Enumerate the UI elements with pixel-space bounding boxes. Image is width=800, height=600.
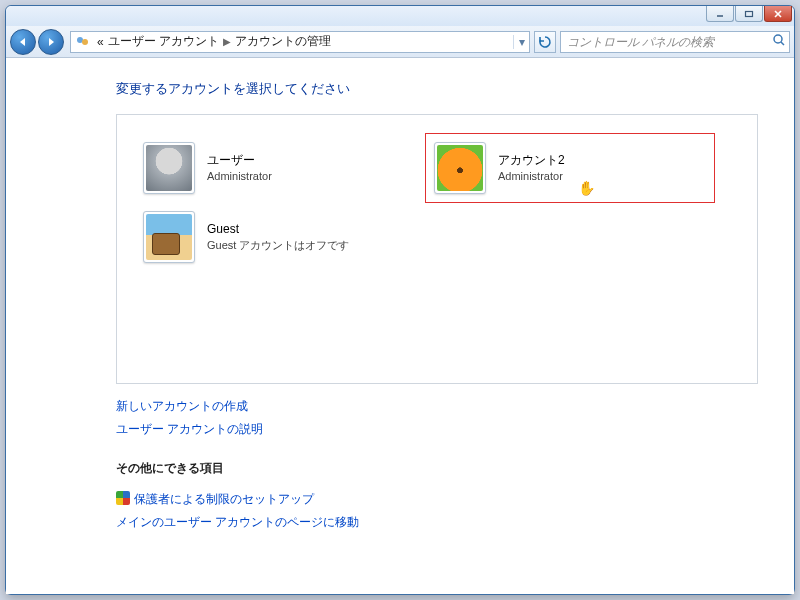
account-item-user[interactable]: ユーザー Administrator <box>135 133 425 203</box>
content-area: 変更するアカウントを選択してください ユーザー Administrator アカ… <box>6 58 794 594</box>
account-role: Administrator <box>498 169 565 184</box>
address-bar[interactable]: « ユーザー アカウント ▶ アカウントの管理 ▾ <box>70 31 530 53</box>
search-input[interactable] <box>561 35 769 49</box>
account-role: Guest アカウントはオフです <box>207 238 349 253</box>
page-heading: 変更するアカウントを選択してください <box>116 80 758 98</box>
caption-bar <box>6 6 794 26</box>
search-box <box>560 31 790 53</box>
refresh-button[interactable] <box>534 31 556 53</box>
close-button[interactable] <box>764 6 792 22</box>
forward-button[interactable] <box>38 29 64 55</box>
account-avatar <box>434 142 486 194</box>
back-button[interactable] <box>10 29 36 55</box>
nav-bar: « ユーザー アカウント ▶ アカウントの管理 ▾ <box>6 26 794 58</box>
create-account-link[interactable]: 新しいアカウントの作成 <box>116 398 758 415</box>
maximize-button[interactable] <box>735 6 763 22</box>
account-name: アカウント2 <box>498 152 565 168</box>
account-text: ユーザー Administrator <box>207 152 272 183</box>
main-account-page-link[interactable]: メインのユーザー アカウントのページに移動 <box>116 514 758 531</box>
parental-controls-label: 保護者による制限のセットアップ <box>134 492 314 506</box>
svg-line-7 <box>781 42 784 45</box>
action-links: 新しいアカウントの作成 ユーザー アカウントの説明 <box>116 398 758 438</box>
svg-point-5 <box>82 39 88 45</box>
breadcrumb-seg-2[interactable]: アカウントの管理 <box>233 33 333 50</box>
breadcrumb-seg-1[interactable]: ユーザー アカウント <box>106 33 221 50</box>
address-dropdown-icon[interactable]: ▾ <box>513 35 529 49</box>
account-text: Guest Guest アカウントはオフです <box>207 221 349 252</box>
svg-point-6 <box>774 35 782 43</box>
account-role: Administrator <box>207 169 272 184</box>
account-name: ユーザー <box>207 152 272 168</box>
shield-icon <box>116 491 130 505</box>
search-icon[interactable] <box>769 33 789 51</box>
account-text: アカウント2 Administrator <box>498 152 565 183</box>
chevron-right-icon[interactable]: ▶ <box>223 36 231 47</box>
other-links: 保護者による制限のセットアップ メインのユーザー アカウントのページに移動 <box>116 491 758 531</box>
svg-rect-1 <box>746 11 753 16</box>
parental-controls-link[interactable]: 保護者による制限のセットアップ <box>116 491 758 508</box>
accounts-grid: ユーザー Administrator アカウント2 Administrator … <box>135 133 757 271</box>
breadcrumb-prefix: « <box>95 35 106 49</box>
other-section-title: その他にできる項目 <box>116 460 758 477</box>
minimize-button[interactable] <box>706 6 734 22</box>
account-avatar <box>143 142 195 194</box>
about-accounts-link[interactable]: ユーザー アカウントの説明 <box>116 421 758 438</box>
control-panel-window: « ユーザー アカウント ▶ アカウントの管理 ▾ 変更するアカウントを選択して… <box>5 5 795 595</box>
account-avatar <box>143 211 195 263</box>
account-item-guest[interactable]: Guest Guest アカウントはオフです <box>135 203 425 271</box>
accounts-panel: ユーザー Administrator アカウント2 Administrator … <box>116 114 758 384</box>
account-item-account2[interactable]: アカウント2 Administrator <box>425 133 715 203</box>
account-name: Guest <box>207 221 349 237</box>
user-accounts-icon <box>75 34 91 50</box>
